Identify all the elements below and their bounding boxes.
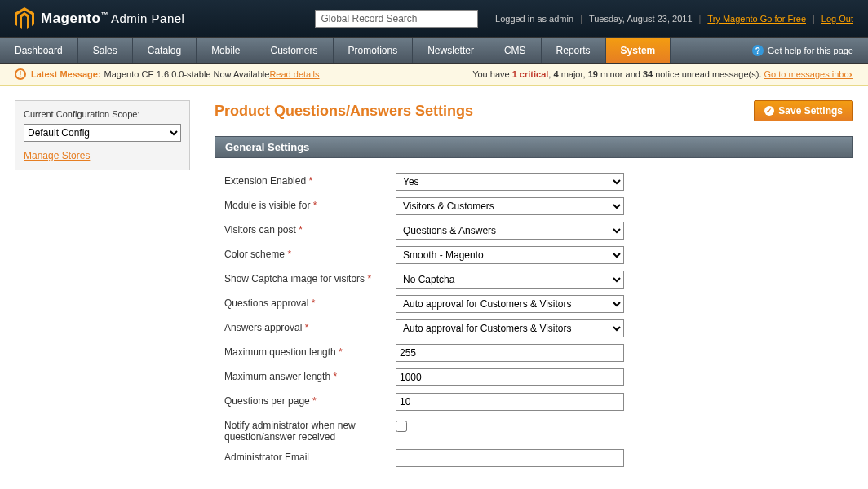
header-right: Logged in as admin | Tuesday, August 23,… <box>495 14 853 24</box>
label-color-scheme: Color scheme <box>224 249 287 260</box>
header: Magento™Admin Panel Logged in as admin |… <box>0 0 868 37</box>
input-max-answer-length[interactable] <box>396 368 624 386</box>
label-questions-approval: Questions approval <box>224 297 312 309</box>
row-color-scheme: Color scheme * Smooth - Magento <box>224 246 844 264</box>
row-admin-email: Administrator Email <box>224 449 844 467</box>
manage-stores-link[interactable]: Manage Stores <box>24 150 181 161</box>
label-visitors-post: Visitors can post <box>224 224 299 236</box>
inbox-link[interactable]: Go to messages inbox <box>764 69 853 79</box>
date-text: Tuesday, August 23, 2011 <box>589 14 693 24</box>
row-answers-approval: Answers approval * Auto approval for Cus… <box>224 319 844 337</box>
separator: | <box>813 14 815 24</box>
brand-subtitle: Admin Panel <box>111 11 185 25</box>
content: Product Questions/Answers Settings ✓ Sav… <box>215 100 853 488</box>
scope-select[interactable]: Default Config <box>24 124 181 142</box>
label-admin-email: Administrator Email <box>224 452 309 463</box>
sidebar: Current Configuration Scope: Default Con… <box>15 100 190 170</box>
nav-catalog[interactable]: Catalog <box>133 38 197 63</box>
read-details-link[interactable]: Read details <box>269 69 319 79</box>
nav-cms[interactable]: CMS <box>489 38 542 63</box>
section-header[interactable]: General Settings <box>215 136 853 158</box>
minor-count: 19 <box>588 69 598 79</box>
nav-dashboard[interactable]: Dashboard <box>0 38 78 63</box>
you-have-text: You have <box>472 69 512 79</box>
input-admin-email[interactable] <box>396 449 624 467</box>
brand-name: Magento <box>41 11 100 26</box>
row-extension-enabled: Extension Enabled * Yes <box>224 173 844 191</box>
input-questions-per-page[interactable] <box>396 393 624 411</box>
nav-reports[interactable]: Reports <box>542 38 606 63</box>
separator: | <box>580 14 582 24</box>
nav-help[interactable]: ? Get help for this page <box>737 38 868 63</box>
row-notify-admin: Notify administrator when new question/a… <box>224 417 844 443</box>
label-questions-per-page: Questions per page <box>224 395 312 407</box>
row-questions-per-page: Questions per page * <box>224 393 844 411</box>
nav-newsletter[interactable]: Newsletter <box>413 38 489 63</box>
logo[interactable]: Magento™Admin Panel <box>15 7 184 30</box>
notice-text: notice unread message(s). <box>653 69 764 79</box>
label-notify-admin: Notify administrator when new question/a… <box>224 420 356 443</box>
major-text: major, <box>559 69 588 79</box>
global-search-input[interactable] <box>315 10 478 28</box>
page-title: Product Questions/Answers Settings <box>215 103 473 120</box>
message-bar: ! Latest Message: Magento CE 1.6.0.0-sta… <box>0 64 868 86</box>
save-settings-button[interactable]: ✓ Save Settings <box>754 100 853 121</box>
nav-system[interactable]: System <box>606 38 671 63</box>
message-summary: You have 1 critical, 4 major, 19 minor a… <box>472 69 853 79</box>
try-magento-link[interactable]: Try Magento Go for Free <box>707 14 806 24</box>
select-color-scheme[interactable]: Smooth - Magento <box>396 246 624 264</box>
input-max-question-length[interactable] <box>396 344 624 362</box>
separator: | <box>699 14 702 24</box>
label-extension-enabled: Extension Enabled <box>224 175 308 187</box>
nav-mobile[interactable]: Mobile <box>197 38 255 63</box>
main-nav: Dashboard Sales Catalog Mobile Customers… <box>0 37 868 64</box>
minor-text: minor and <box>598 69 643 79</box>
checkbox-notify-admin[interactable] <box>396 421 407 432</box>
main-area: Current Configuration Scope: Default Con… <box>0 86 868 489</box>
save-label: Save Settings <box>778 105 843 117</box>
row-questions-approval: Questions approval * Auto approval for C… <box>224 295 844 313</box>
label-module-visible: Module is visible for <box>224 200 313 211</box>
select-answers-approval[interactable]: Auto approval for Customers & Visitors <box>396 319 624 337</box>
help-text: Get help for this page <box>768 46 853 55</box>
tm-symbol: ™ <box>100 11 108 19</box>
select-extension-enabled[interactable]: Yes <box>396 173 624 191</box>
row-visitors-post: Visitors can post * Questions & Answers <box>224 222 844 240</box>
scope-label: Current Configuration Scope: <box>24 109 181 119</box>
critical-count: 1 critical <box>512 69 549 79</box>
label-max-answer-length: Maximum answer length <box>224 371 333 382</box>
notice-count: 34 <box>643 69 653 79</box>
latest-message-label: Latest Message: <box>31 69 101 79</box>
logout-link[interactable]: Log Out <box>822 14 853 24</box>
row-module-visible: Module is visible for * Visitors & Custo… <box>224 197 844 215</box>
row-max-answer-length: Maximum answer length * <box>224 368 844 386</box>
nav-promotions[interactable]: Promotions <box>334 38 414 63</box>
help-icon: ? <box>752 45 764 56</box>
label-answers-approval: Answers approval <box>224 322 305 333</box>
select-module-visible[interactable]: Visitors & Customers <box>396 197 624 215</box>
alert-icon: ! <box>15 68 26 80</box>
logged-in-text: Logged in as admin <box>495 14 574 24</box>
latest-message-text: Magento CE 1.6.0.0-stable Now Available <box>104 69 270 79</box>
select-captcha[interactable]: No Captcha <box>396 271 624 289</box>
page-header: Product Questions/Answers Settings ✓ Sav… <box>215 100 853 121</box>
select-visitors-post[interactable]: Questions & Answers <box>396 222 624 240</box>
label-captcha: Show Captcha image for visitors <box>224 273 367 284</box>
select-questions-approval[interactable]: Auto approval for Customers & Visitors <box>396 295 624 313</box>
magento-logo-icon <box>15 7 34 30</box>
nav-customers[interactable]: Customers <box>255 38 333 63</box>
label-max-question-length: Maximum question length <box>224 346 339 358</box>
row-max-question-length: Maximum question length * <box>224 344 844 362</box>
check-icon: ✓ <box>764 106 774 116</box>
nav-sales[interactable]: Sales <box>78 38 133 63</box>
form-body: Extension Enabled * Yes Module is visibl… <box>215 158 853 488</box>
row-captcha: Show Captcha image for visitors * No Cap… <box>224 271 844 289</box>
